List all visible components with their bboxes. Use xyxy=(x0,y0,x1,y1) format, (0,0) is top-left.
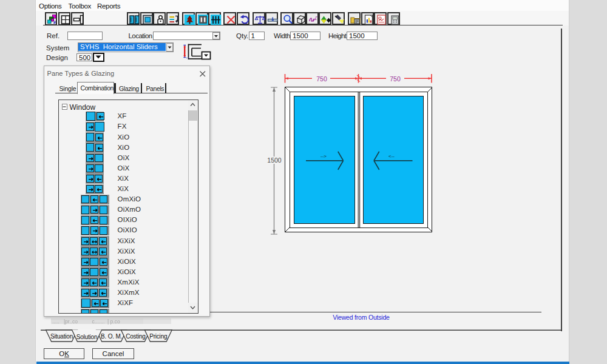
svg-text:Costing: Costing xyxy=(126,333,146,340)
svg-text:Pricing: Pricing xyxy=(149,333,167,340)
svg-text:Solution: Solution xyxy=(76,334,98,340)
svg-text:B. O. M.: B. O. M. xyxy=(101,333,122,340)
svg-text:<--: <-- xyxy=(388,153,395,159)
svg-text:-->: --> xyxy=(320,153,327,159)
svg-text:Situation: Situation xyxy=(50,333,73,340)
